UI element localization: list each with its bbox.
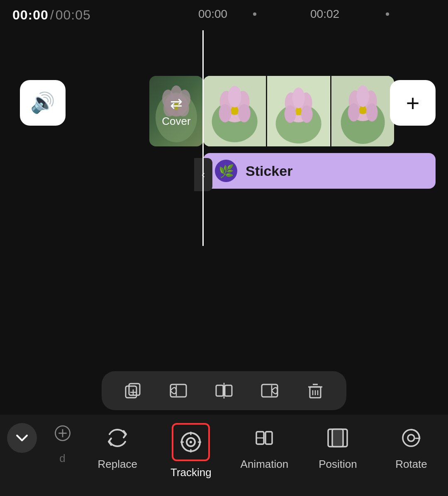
split-button[interactable]: [214, 380, 234, 401]
duplicate-button[interactable]: [122, 380, 143, 401]
cover-swap-icon: ⇄: [170, 95, 183, 112]
video-frame-1: [203, 76, 266, 146]
chevron-down-icon: [14, 430, 30, 446]
svg-rect-36: [129, 384, 140, 395]
flower-svg-2: [267, 76, 330, 146]
animation-icon-wrapper: [249, 423, 279, 453]
plus-icon: +: [406, 90, 420, 117]
timeline-header: 00:00 / 00:05 00:00 00:02: [0, 0, 448, 30]
marker-00-02: 00:02: [310, 7, 339, 21]
position-label: Position: [319, 458, 357, 471]
edit-id-icon: [51, 423, 75, 447]
out-animation-button[interactable]: [259, 380, 280, 401]
audio-button[interactable]: 🔊: [20, 80, 66, 126]
bottom-toolbar: [0, 367, 448, 415]
timecode-total: 00:05: [56, 7, 91, 23]
nav-position[interactable]: Position: [301, 423, 375, 471]
nav-collapse[interactable]: [0, 423, 44, 453]
flower-svg-3: [331, 76, 394, 146]
edit-id-label: d: [59, 452, 65, 465]
svg-point-25: [301, 105, 313, 123]
svg-rect-42: [225, 385, 232, 396]
svg-rect-39: [170, 384, 186, 397]
svg-point-16: [238, 104, 251, 122]
timecode-current: 00:00: [12, 7, 49, 23]
cover-label-area: ⇄ Cover: [162, 95, 190, 128]
playhead: [202, 30, 204, 246]
sticker-icon: 🌿: [215, 160, 237, 182]
video-frame-2: [267, 76, 330, 146]
nav-tracking[interactable]: Tracking: [154, 423, 228, 479]
marker-00-00: 00:00: [198, 7, 227, 21]
animation-label: Animation: [241, 458, 289, 471]
tracking-icon: [179, 430, 203, 454]
leaf-icon: 🌿: [219, 164, 234, 178]
svg-point-34: [366, 103, 377, 122]
speaker-icon: 🔊: [30, 91, 55, 114]
rotate-icon-wrapper: [396, 423, 426, 453]
nav-animation[interactable]: Animation: [228, 423, 301, 471]
svg-point-15: [219, 104, 231, 122]
rotate-icon: [399, 426, 423, 450]
video-frame-3: [331, 76, 394, 146]
position-icon: [326, 426, 350, 450]
in-animation-icon: [168, 380, 189, 401]
svg-rect-63: [265, 432, 272, 444]
svg-point-14: [228, 86, 241, 107]
replace-icon-wrapper: [102, 423, 132, 453]
marker-dot-2: [386, 12, 389, 16]
flower-svg-1: [203, 76, 266, 146]
chevron-down-button[interactable]: [7, 423, 37, 453]
add-clip-button[interactable]: +: [390, 80, 436, 126]
tracking-label: Tracking: [170, 466, 212, 479]
replace-label: Replace: [98, 458, 137, 471]
tracking-icon-wrapper: [172, 423, 210, 461]
svg-point-23: [292, 88, 305, 108]
svg-point-32: [356, 85, 369, 107]
delete-button[interactable]: [305, 380, 326, 401]
out-animation-icon: [259, 380, 280, 401]
position-icon-wrapper: [323, 423, 353, 453]
in-animation-button[interactable]: [168, 380, 189, 401]
cover-text: Cover: [162, 115, 190, 128]
nav-rotate[interactable]: Rotate: [375, 423, 448, 471]
svg-point-69: [408, 435, 414, 441]
replace-icon: [105, 426, 129, 450]
timeline-area: 🔊 ⇄ Cover: [0, 30, 448, 246]
sticker-label: Sticker: [246, 163, 292, 179]
timecode-sep: /: [50, 7, 54, 23]
sticker-track[interactable]: 🌿 Sticker: [203, 153, 436, 189]
rotate-label: Rotate: [395, 458, 427, 471]
svg-point-33: [348, 103, 359, 122]
tracking-icon-container: [176, 427, 206, 457]
nav-replace[interactable]: Replace: [81, 423, 154, 471]
toolbar-inner: [102, 371, 346, 410]
marker-dot-1: [253, 12, 256, 16]
svg-rect-41: [216, 385, 223, 396]
add-icon: [54, 424, 72, 446]
svg-rect-67: [333, 430, 342, 446]
nav-edit-id[interactable]: d: [44, 423, 81, 465]
svg-point-57: [190, 441, 192, 443]
cover-thumbnail[interactable]: ⇄ Cover: [149, 76, 203, 146]
duplicate-icon: [122, 380, 143, 401]
video-strip[interactable]: [203, 76, 394, 146]
svg-rect-44: [262, 384, 278, 397]
bottom-nav: d Replace: [0, 415, 448, 496]
svg-point-24: [285, 105, 296, 123]
split-icon: [214, 380, 234, 401]
delete-icon: [305, 380, 326, 401]
animation-icon: [252, 426, 276, 450]
